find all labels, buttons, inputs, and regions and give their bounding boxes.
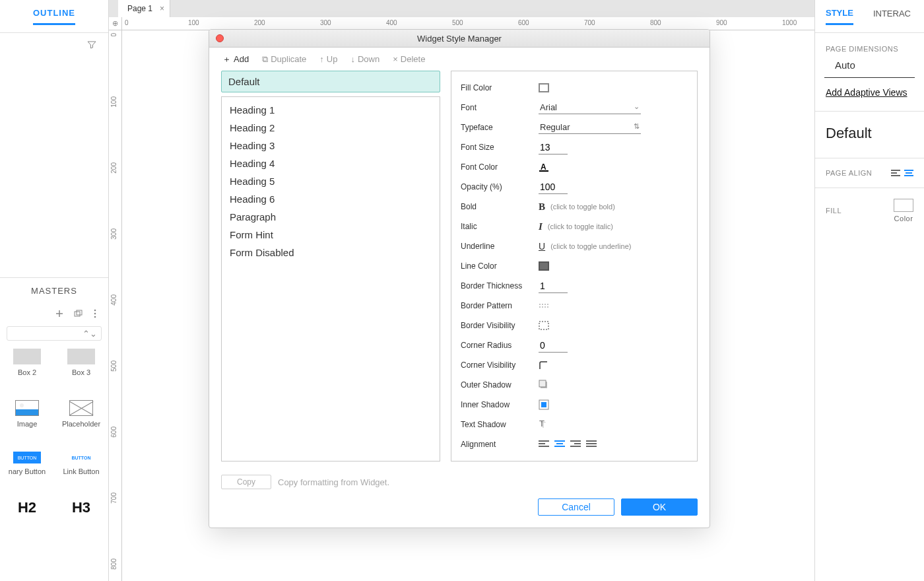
cancel-button[interactable]: Cancel <box>538 498 614 516</box>
chevron-updown-icon: ⇅ <box>634 122 640 131</box>
opacity-label: Opacity (%) <box>461 182 539 191</box>
underline-icon[interactable]: U <box>539 241 545 252</box>
border-visibility-label: Border Visibility <box>461 321 539 330</box>
line-color-label: Line Color <box>461 261 539 271</box>
align-left-icon[interactable] <box>539 440 549 448</box>
fill-color-swatch[interactable] <box>539 83 549 92</box>
dialog-toolbar: ＋Add ⧉Duplicate ↑Up ↓Down ×Delete <box>209 48 710 71</box>
style-list: Heading 1 Heading 2 Heading 3 Heading 4 … <box>221 96 440 461</box>
italic-icon[interactable]: I <box>539 221 543 232</box>
inner-shadow-label: Inner Shadow <box>461 400 539 409</box>
align-center-icon[interactable] <box>554 440 565 448</box>
copy-button[interactable]: Copy <box>221 475 271 489</box>
outer-shadow-icon[interactable] <box>539 380 549 390</box>
chevron-down-icon: ⌄ <box>634 102 640 111</box>
bold-icon[interactable]: B <box>539 201 545 213</box>
italic-hint: (click to toggle italic) <box>548 222 613 230</box>
duplicate-button[interactable]: ⧉Duplicate <box>262 54 306 65</box>
text-shadow-label: Text Shadow <box>461 420 539 429</box>
opacity-input[interactable] <box>539 180 568 194</box>
down-button[interactable]: ↓Down <box>350 54 380 64</box>
ok-button[interactable]: OK <box>621 498 698 516</box>
close-icon[interactable] <box>216 34 224 42</box>
typeface-label: Typeface <box>461 123 539 132</box>
border-thickness-label: Border Thickness <box>461 281 539 290</box>
style-item[interactable]: Heading 5 <box>222 172 440 190</box>
line-color-swatch[interactable] <box>539 261 549 271</box>
arrow-up-icon: ↑ <box>319 54 324 64</box>
modal-backdrop: Widget Style Manager ＋Add ⧉Duplicate ↑Up… <box>0 0 924 581</box>
duplicate-icon: ⧉ <box>262 54 268 65</box>
underline-label: Underline <box>461 242 539 251</box>
add-button[interactable]: ＋Add <box>222 53 249 65</box>
x-icon: × <box>393 54 398 64</box>
font-color-label: Font Color <box>461 162 539 172</box>
border-pattern-icon[interactable] <box>539 302 550 309</box>
corner-visibility-label: Corner Visibility <box>461 360 539 370</box>
font-select[interactable]: Arial⌄ <box>539 101 641 114</box>
corner-radius-label: Corner Radius <box>461 341 539 350</box>
underline-hint: (click to toggle underline) <box>550 242 631 250</box>
typeface-select[interactable]: Regular⇅ <box>539 121 641 134</box>
inner-shadow-icon[interactable] <box>539 399 549 410</box>
style-item[interactable]: Form Disabled <box>222 244 440 261</box>
style-item[interactable]: Heading 6 <box>222 190 440 208</box>
style-item[interactable]: Heading 3 <box>222 137 440 154</box>
align-justify-icon[interactable] <box>586 440 597 448</box>
svg-rect-6 <box>539 170 548 172</box>
properties-panel: Fill Color FontArial⌄ TypefaceRegular⇅ F… <box>451 71 698 461</box>
svg-rect-7 <box>539 322 548 329</box>
fill-color-label: Fill Color <box>461 83 539 92</box>
svg-rect-9 <box>539 380 546 387</box>
widget-style-manager-dialog: Widget Style Manager ＋Add ⧉Duplicate ↑Up… <box>209 29 710 528</box>
italic-label: Italic <box>461 222 539 231</box>
align-right-icon[interactable] <box>570 440 581 448</box>
plus-icon: ＋ <box>222 53 231 65</box>
font-size-input[interactable] <box>539 141 568 154</box>
font-color-icon[interactable]: A <box>539 162 549 172</box>
svg-text:A: A <box>541 162 546 172</box>
border-pattern-label: Border Pattern <box>461 301 539 310</box>
style-item[interactable]: Form Hint <box>222 226 440 244</box>
style-selected[interactable]: Default <box>221 71 440 92</box>
text-shadow-icon[interactable]: TT <box>539 419 549 430</box>
up-button[interactable]: ↑Up <box>319 54 337 64</box>
svg-text:T: T <box>539 419 544 428</box>
bold-hint: (click to toggle bold) <box>550 203 615 211</box>
style-item[interactable]: Heading 2 <box>222 119 440 137</box>
arrow-down-icon: ↓ <box>350 54 355 64</box>
alignment-label: Alignment <box>461 440 539 449</box>
bold-label: Bold <box>461 202 539 211</box>
font-label: Font <box>461 103 539 112</box>
delete-button[interactable]: ×Delete <box>393 54 425 64</box>
corner-visibility-icon[interactable] <box>539 360 548 370</box>
dialog-titlebar[interactable]: Widget Style Manager <box>209 30 710 48</box>
style-item[interactable]: Heading 4 <box>222 154 440 172</box>
border-visibility-icon[interactable] <box>539 321 549 330</box>
outer-shadow-label: Outer Shadow <box>461 380 539 390</box>
style-item[interactable]: Heading 1 <box>222 101 440 119</box>
border-thickness-input[interactable] <box>539 279 568 293</box>
style-item[interactable]: Paragraph <box>222 208 440 226</box>
corner-radius-input[interactable] <box>539 339 568 353</box>
svg-rect-11 <box>541 402 546 407</box>
font-size-label: Font Size <box>461 143 539 152</box>
dialog-title: Widget Style Manager <box>417 34 502 44</box>
copy-hint: Copy formatting from Widget. <box>278 477 389 487</box>
